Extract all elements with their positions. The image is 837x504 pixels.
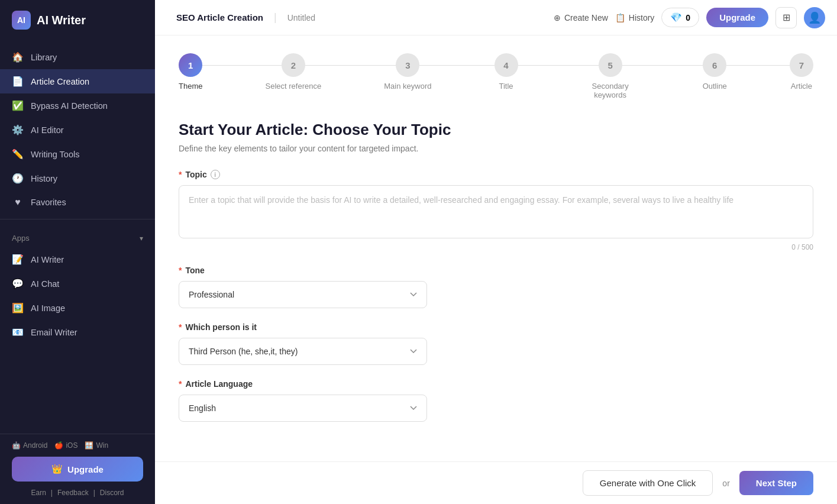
stepper: 1 Theme 2 Select reference 3 Main keywor…: [179, 53, 813, 99]
history-clock-icon: 📋: [615, 13, 625, 22]
apps-label: Apps: [12, 234, 30, 243]
step-circle-1: 1: [179, 53, 202, 77]
favorites-icon: ♥: [12, 197, 24, 208]
step-label-3: Main keyword: [384, 82, 431, 91]
bypass-icon: ✅: [12, 100, 24, 111]
topic-field-block: * Topic i 0 / 500: [179, 170, 813, 251]
topic-info-icon[interactable]: i: [211, 170, 220, 179]
sidebar-item-ai-editor[interactable]: ⚙️ AI Editor: [0, 118, 155, 142]
step-2[interactable]: 2 Select reference: [266, 53, 322, 91]
user-avatar[interactable]: 👤: [804, 7, 825, 28]
step-3[interactable]: 3 Main keyword: [384, 53, 431, 91]
editor-icon: ⚙️: [12, 124, 24, 135]
language-field-block: * Article Language English Spanish Frenc…: [179, 379, 813, 422]
step-label-2: Select reference: [266, 82, 322, 91]
tone-select[interactable]: Professional Casual Formal Friendly Humo…: [179, 281, 427, 308]
header-upgrade-button[interactable]: Upgrade: [706, 8, 768, 27]
ai-writer-icon: 📝: [12, 254, 24, 265]
earn-link[interactable]: Earn: [31, 489, 46, 497]
sidebar-label-article-creation: Article Creation: [31, 77, 89, 86]
sidebar-item-email-writer[interactable]: 📧 Email Writer: [0, 320, 155, 344]
header: SEO Article Creation | Untitled ⊕ Create…: [155, 0, 837, 35]
step-label-5: Secondary keywords: [581, 82, 640, 99]
footer-links: Earn | Feedback | Discord: [12, 489, 143, 497]
sidebar-item-bypass-ai[interactable]: ✅ Bypass AI Detection: [0, 93, 155, 118]
app-name: AI Writer: [37, 14, 86, 27]
sidebar-bottom: 🤖 Android 🍎 iOS 🪟 Win 👑 Upgrade Earn | F…: [0, 434, 155, 504]
sidebar-label-bypass-ai: Bypass AI Detection: [31, 101, 108, 111]
sidebar-item-history[interactable]: 🕐 History: [0, 166, 155, 190]
plus-icon: ⊕: [554, 13, 561, 22]
step-label-4: Title: [499, 82, 513, 91]
step-4[interactable]: 4 Title: [495, 53, 518, 91]
sidebar-item-ai-chat[interactable]: 💬 AI Chat: [0, 272, 155, 296]
step-circle-4: 4: [495, 53, 518, 77]
sidebar-label-library: Library: [31, 53, 57, 62]
sidebar-label-ai-image: AI Image: [31, 303, 65, 313]
android-link[interactable]: 🤖 Android: [12, 441, 47, 450]
sidebar-item-ai-writer[interactable]: 📝 AI Writer: [0, 247, 155, 272]
chevron-down-icon: ▾: [140, 234, 143, 243]
step-1[interactable]: 1 Theme: [179, 53, 202, 91]
step-5[interactable]: 5 Secondary keywords: [581, 53, 640, 99]
step-6[interactable]: 6 Outline: [703, 53, 727, 91]
sidebar-item-writing-tools[interactable]: ✏️ Writing Tools: [0, 142, 155, 166]
step-circle-3: 3: [396, 53, 419, 77]
apps-grid-button[interactable]: ⊞: [775, 7, 797, 28]
step-circle-6: 6: [703, 53, 726, 77]
header-tab-seo[interactable]: SEO Article Creation: [167, 0, 273, 35]
sidebar-item-article-creation[interactable]: 📄 Article Creation: [0, 69, 155, 93]
user-icon: 👤: [808, 11, 821, 24]
sidebar-divider: [0, 219, 155, 219]
ai-chat-icon: 💬: [12, 278, 24, 289]
topic-label: * Topic i: [179, 170, 813, 179]
person-field-block: * Which person is it First Person (I, me…: [179, 322, 813, 365]
sidebar-item-ai-image[interactable]: 🖼️ AI Image: [0, 296, 155, 320]
next-step-button[interactable]: Next Step: [739, 471, 813, 495]
or-divider: or: [722, 479, 729, 488]
ios-link[interactable]: 🍎 iOS: [54, 441, 77, 450]
gems-badge: 💎 0: [661, 8, 699, 27]
step-circle-7: 7: [790, 53, 813, 77]
person-select[interactable]: First Person (I, me, my) Second Person (…: [179, 338, 427, 365]
apps-header[interactable]: Apps ▾: [0, 229, 155, 247]
header-actions: ⊕ Create New 📋 History 💎 0 Upgrade ⊞ 👤: [554, 7, 825, 28]
crown-icon: 👑: [51, 464, 63, 474]
sidebar-label-email-writer: Email Writer: [31, 328, 77, 337]
diamond-icon: 💎: [670, 12, 682, 23]
language-select[interactable]: English Spanish French German Italian: [179, 395, 427, 422]
platform-links: 🤖 Android 🍎 iOS 🪟 Win: [12, 441, 143, 450]
win-link[interactable]: 🪟 Win: [85, 441, 108, 450]
sidebar-label-history: History: [31, 174, 57, 183]
history-icon: 🕐: [12, 173, 24, 184]
create-new-button[interactable]: ⊕ Create New: [554, 13, 608, 22]
discord-link[interactable]: Discord: [100, 489, 124, 497]
sidebar-item-favorites[interactable]: ♥ Favorites: [0, 190, 155, 214]
gems-count: 0: [686, 13, 690, 22]
step-7[interactable]: 7 Article: [790, 53, 813, 91]
footer-actions: Generate with One Click or Next Step: [155, 461, 837, 504]
person-label: * Which person is it: [179, 322, 813, 332]
history-button[interactable]: 📋 History: [615, 13, 655, 22]
generate-button[interactable]: Generate with One Click: [583, 470, 713, 496]
writing-icon: ✏️: [12, 148, 24, 160]
topic-input[interactable]: [179, 185, 813, 238]
feedback-link[interactable]: Feedback: [57, 489, 89, 497]
logo-icon: AI: [12, 11, 31, 30]
header-sep: |: [274, 11, 277, 24]
page-subtitle: Define the key elements to tailor your c…: [179, 144, 813, 153]
sidebar-label-ai-editor: AI Editor: [31, 125, 64, 135]
sidebar: AI AI Writer 🏠 Library 📄 Article Creatio…: [0, 0, 155, 504]
ai-image-icon: 🖼️: [12, 302, 24, 314]
page-title: Start Your Article: Choose Your Topic: [179, 121, 813, 139]
app-logo: AI AI Writer: [0, 0, 155, 40]
email-icon: 📧: [12, 327, 24, 338]
sidebar-label-ai-writer: AI Writer: [31, 255, 64, 264]
apps-section: Apps ▾ 📝 AI Writer 💬 AI Chat 🖼️ AI Image…: [0, 224, 155, 349]
topic-char-count: 0 / 500: [179, 243, 813, 251]
sidebar-item-library[interactable]: 🏠 Library: [0, 45, 155, 69]
main-area: SEO Article Creation | Untitled ⊕ Create…: [155, 0, 837, 504]
step-label-6: Outline: [703, 82, 727, 91]
header-tab-untitled[interactable]: Untitled: [278, 0, 325, 35]
sidebar-upgrade-button[interactable]: 👑 Upgrade: [12, 457, 143, 482]
